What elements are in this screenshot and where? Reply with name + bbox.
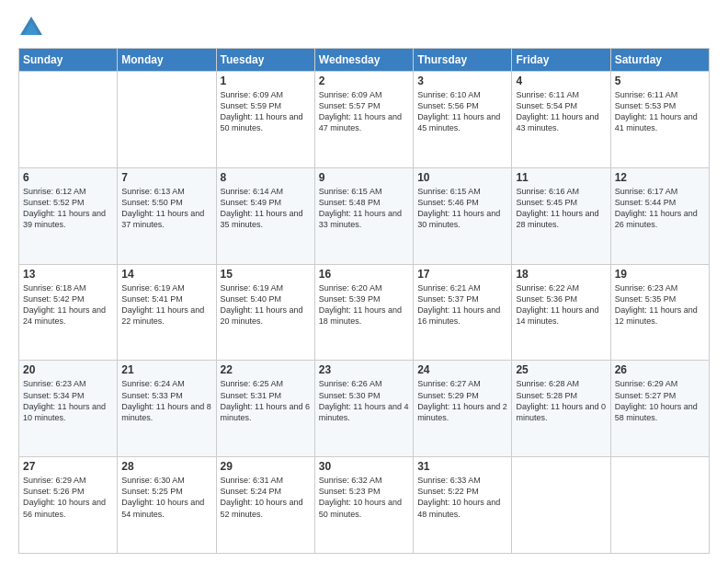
calendar-cell: 24Sunrise: 6:27 AM Sunset: 5:29 PM Dayli… xyxy=(414,361,512,457)
day-number: 15 xyxy=(221,268,311,281)
calendar-cell xyxy=(610,457,709,554)
week-row-5: 27Sunrise: 6:29 AM Sunset: 5:26 PM Dayli… xyxy=(19,457,710,554)
week-row-2: 6Sunrise: 6:12 AM Sunset: 5:52 PM Daylig… xyxy=(19,167,710,264)
calendar-cell: 12Sunrise: 6:17 AM Sunset: 5:44 PM Dayli… xyxy=(610,167,709,264)
calendar-cell: 29Sunrise: 6:31 AM Sunset: 5:24 PM Dayli… xyxy=(216,457,314,554)
calendar-cell: 25Sunrise: 6:28 AM Sunset: 5:28 PM Dayli… xyxy=(512,361,610,457)
calendar-header: SundayMondayTuesdayWednesdayThursdayFrid… xyxy=(19,49,710,72)
day-number: 12 xyxy=(615,171,705,184)
day-number: 20 xyxy=(23,363,113,376)
day-number: 22 xyxy=(221,363,311,376)
day-content: Sunrise: 6:10 AM Sunset: 5:56 PM Dayligh… xyxy=(417,89,507,134)
day-number: 17 xyxy=(417,268,507,281)
calendar-cell: 30Sunrise: 6:32 AM Sunset: 5:23 PM Dayli… xyxy=(314,457,413,554)
calendar-cell xyxy=(512,457,610,554)
calendar-cell: 3Sunrise: 6:10 AM Sunset: 5:56 PM Daylig… xyxy=(414,72,512,168)
day-content: Sunrise: 6:30 AM Sunset: 5:25 PM Dayligh… xyxy=(121,475,211,520)
day-content: Sunrise: 6:14 AM Sunset: 5:49 PM Dayligh… xyxy=(221,186,311,231)
calendar-cell: 18Sunrise: 6:22 AM Sunset: 5:36 PM Dayli… xyxy=(512,264,610,361)
day-number: 5 xyxy=(615,75,705,87)
calendar-cell: 10Sunrise: 6:15 AM Sunset: 5:46 PM Dayli… xyxy=(414,167,512,264)
day-content: Sunrise: 6:22 AM Sunset: 5:36 PM Dayligh… xyxy=(516,282,606,327)
calendar-cell: 8Sunrise: 6:14 AM Sunset: 5:49 PM Daylig… xyxy=(216,167,314,264)
day-number: 10 xyxy=(417,171,507,184)
calendar-cell: 28Sunrise: 6:30 AM Sunset: 5:25 PM Dayli… xyxy=(118,457,216,554)
day-number: 9 xyxy=(319,171,409,184)
day-number: 29 xyxy=(221,460,311,473)
calendar-cell xyxy=(19,72,118,168)
calendar-cell: 4Sunrise: 6:11 AM Sunset: 5:54 PM Daylig… xyxy=(512,72,610,168)
day-content: Sunrise: 6:18 AM Sunset: 5:42 PM Dayligh… xyxy=(23,282,113,327)
calendar-cell: 16Sunrise: 6:20 AM Sunset: 5:39 PM Dayli… xyxy=(314,264,413,361)
day-number: 3 xyxy=(417,75,507,87)
day-content: Sunrise: 6:27 AM Sunset: 5:29 PM Dayligh… xyxy=(417,378,507,423)
day-content: Sunrise: 6:33 AM Sunset: 5:22 PM Dayligh… xyxy=(417,475,507,520)
calendar-cell: 31Sunrise: 6:33 AM Sunset: 5:22 PM Dayli… xyxy=(414,457,512,554)
day-number: 4 xyxy=(516,75,606,87)
day-number: 23 xyxy=(319,363,409,376)
day-content: Sunrise: 6:29 AM Sunset: 5:26 PM Dayligh… xyxy=(23,475,113,520)
calendar-cell: 23Sunrise: 6:26 AM Sunset: 5:30 PM Dayli… xyxy=(314,361,413,457)
day-content: Sunrise: 6:11 AM Sunset: 5:54 PM Dayligh… xyxy=(516,89,606,134)
day-content: Sunrise: 6:16 AM Sunset: 5:45 PM Dayligh… xyxy=(516,186,606,231)
day-number: 19 xyxy=(615,268,705,281)
header-day-thursday: Thursday xyxy=(414,49,512,72)
calendar-cell: 11Sunrise: 6:16 AM Sunset: 5:45 PM Dayli… xyxy=(512,167,610,264)
calendar-table: SundayMondayTuesdayWednesdayThursdayFrid… xyxy=(18,48,710,554)
header-day-tuesday: Tuesday xyxy=(216,49,314,72)
day-content: Sunrise: 6:09 AM Sunset: 5:59 PM Dayligh… xyxy=(221,89,311,134)
calendar-cell: 7Sunrise: 6:13 AM Sunset: 5:50 PM Daylig… xyxy=(118,167,216,264)
day-number: 16 xyxy=(319,268,409,281)
calendar-cell: 6Sunrise: 6:12 AM Sunset: 5:52 PM Daylig… xyxy=(19,167,118,264)
day-number: 30 xyxy=(319,460,409,473)
day-content: Sunrise: 6:12 AM Sunset: 5:52 PM Dayligh… xyxy=(23,186,113,231)
calendar-cell: 22Sunrise: 6:25 AM Sunset: 5:31 PM Dayli… xyxy=(216,361,314,457)
header xyxy=(18,15,710,40)
header-day-monday: Monday xyxy=(118,49,216,72)
header-day-sunday: Sunday xyxy=(19,49,118,72)
day-number: 18 xyxy=(516,268,606,281)
day-number: 14 xyxy=(121,268,211,281)
day-content: Sunrise: 6:23 AM Sunset: 5:35 PM Dayligh… xyxy=(615,282,705,327)
day-content: Sunrise: 6:13 AM Sunset: 5:50 PM Dayligh… xyxy=(121,186,211,231)
day-content: Sunrise: 6:20 AM Sunset: 5:39 PM Dayligh… xyxy=(319,282,409,327)
calendar-cell: 5Sunrise: 6:11 AM Sunset: 5:53 PM Daylig… xyxy=(610,72,709,168)
calendar-cell: 1Sunrise: 6:09 AM Sunset: 5:59 PM Daylig… xyxy=(216,72,314,168)
calendar-cell: 21Sunrise: 6:24 AM Sunset: 5:33 PM Dayli… xyxy=(118,361,216,457)
day-content: Sunrise: 6:19 AM Sunset: 5:40 PM Dayligh… xyxy=(221,282,311,327)
calendar-body: 1Sunrise: 6:09 AM Sunset: 5:59 PM Daylig… xyxy=(19,72,710,554)
day-number: 31 xyxy=(417,460,507,473)
calendar-cell: 15Sunrise: 6:19 AM Sunset: 5:40 PM Dayli… xyxy=(216,264,314,361)
calendar-cell: 14Sunrise: 6:19 AM Sunset: 5:41 PM Dayli… xyxy=(118,264,216,361)
day-content: Sunrise: 6:19 AM Sunset: 5:41 PM Dayligh… xyxy=(121,282,211,327)
week-row-4: 20Sunrise: 6:23 AM Sunset: 5:34 PM Dayli… xyxy=(19,361,710,457)
logo xyxy=(18,15,48,40)
week-row-1: 1Sunrise: 6:09 AM Sunset: 5:59 PM Daylig… xyxy=(19,72,710,168)
calendar-cell: 13Sunrise: 6:18 AM Sunset: 5:42 PM Dayli… xyxy=(19,264,118,361)
day-number: 1 xyxy=(221,75,311,87)
calendar-cell: 19Sunrise: 6:23 AM Sunset: 5:35 PM Dayli… xyxy=(610,264,709,361)
day-content: Sunrise: 6:09 AM Sunset: 5:57 PM Dayligh… xyxy=(319,89,409,134)
day-number: 27 xyxy=(23,460,113,473)
day-number: 2 xyxy=(319,75,409,87)
header-row: SundayMondayTuesdayWednesdayThursdayFrid… xyxy=(19,49,710,72)
calendar-cell: 20Sunrise: 6:23 AM Sunset: 5:34 PM Dayli… xyxy=(19,361,118,457)
day-number: 24 xyxy=(417,363,507,376)
week-row-3: 13Sunrise: 6:18 AM Sunset: 5:42 PM Dayli… xyxy=(19,264,710,361)
day-number: 6 xyxy=(23,171,113,184)
day-content: Sunrise: 6:11 AM Sunset: 5:53 PM Dayligh… xyxy=(615,89,705,134)
day-number: 13 xyxy=(23,268,113,281)
calendar-cell: 27Sunrise: 6:29 AM Sunset: 5:26 PM Dayli… xyxy=(19,457,118,554)
day-content: Sunrise: 6:21 AM Sunset: 5:37 PM Dayligh… xyxy=(417,282,507,327)
calendar-cell: 26Sunrise: 6:29 AM Sunset: 5:27 PM Dayli… xyxy=(610,361,709,457)
calendar-cell: 2Sunrise: 6:09 AM Sunset: 5:57 PM Daylig… xyxy=(314,72,413,168)
day-content: Sunrise: 6:15 AM Sunset: 5:46 PM Dayligh… xyxy=(417,186,507,231)
day-number: 28 xyxy=(121,460,211,473)
day-content: Sunrise: 6:31 AM Sunset: 5:24 PM Dayligh… xyxy=(221,475,311,520)
day-content: Sunrise: 6:25 AM Sunset: 5:31 PM Dayligh… xyxy=(221,378,311,423)
page: SundayMondayTuesdayWednesdayThursdayFrid… xyxy=(0,0,728,563)
header-day-friday: Friday xyxy=(512,49,610,72)
day-content: Sunrise: 6:23 AM Sunset: 5:34 PM Dayligh… xyxy=(23,378,113,423)
day-content: Sunrise: 6:24 AM Sunset: 5:33 PM Dayligh… xyxy=(121,378,211,423)
day-number: 26 xyxy=(615,363,705,376)
